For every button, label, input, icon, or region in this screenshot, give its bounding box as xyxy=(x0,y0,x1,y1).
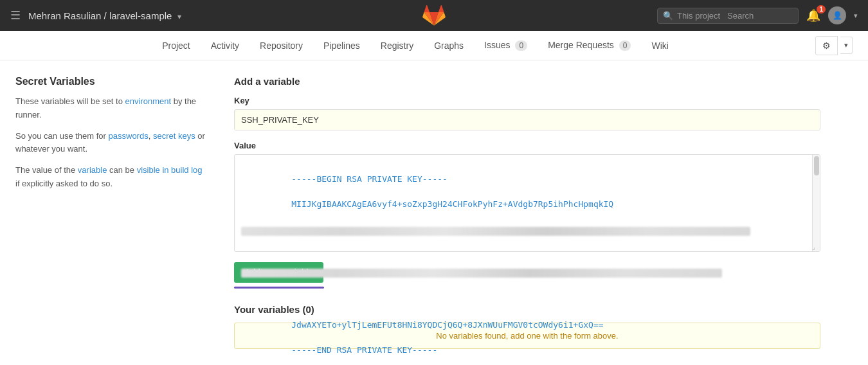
sidebar-link-visible[interactable]: visible in build log xyxy=(137,165,203,175)
navbar-right: 🔍 🔔 1 👤 ▾ xyxy=(657,6,858,24)
scrollbar xyxy=(812,155,820,251)
avatar-initials: 👤 xyxy=(833,11,842,20)
gear-button[interactable]: ⚙ xyxy=(815,36,838,55)
user-dropdown-arrow[interactable]: ▾ xyxy=(854,12,858,20)
navbar: ☰ Mehran Rasulian / laravel-sample ▾ 🔍 xyxy=(0,0,868,31)
form-section: Add a variable Key Value -----BEGIN RSA … xyxy=(234,76,820,349)
main-content: Secret Variables These variables will be… xyxy=(0,60,836,364)
hamburger-icon[interactable]: ☰ xyxy=(10,8,21,22)
value-textarea-wrapper: -----BEGIN RSA PRIVATE KEY----- MIIJKgIB… xyxy=(234,154,820,252)
form-title: Add a variable xyxy=(234,76,820,87)
sidebar-para1: These variables will be set to environme… xyxy=(15,95,208,122)
key-label: Key xyxy=(234,96,820,105)
merge-requests-badge: 0 xyxy=(619,40,631,51)
subnav-item-repository[interactable]: Repository xyxy=(249,31,313,60)
resize-handle[interactable]: ⌟ xyxy=(812,244,820,251)
value-display[interactable]: -----BEGIN RSA PRIVATE KEY----- MIIJKgIB… xyxy=(235,155,820,251)
subnav-item-registry[interactable]: Registry xyxy=(370,31,424,60)
sidebar-link-environment[interactable]: environment xyxy=(125,96,172,106)
subnav-items: Project Activity Repository Pipelines Re… xyxy=(15,31,815,60)
subnav: Project Activity Repository Pipelines Re… xyxy=(0,31,868,60)
subnav-item-issues[interactable]: Issues 0 xyxy=(474,31,538,60)
sidebar-para3: The value of the variable can be visible… xyxy=(15,164,208,191)
search-icon: 🔍 xyxy=(663,11,673,21)
notification-count: 1 xyxy=(817,5,826,13)
avatar[interactable]: 👤 xyxy=(828,6,846,24)
notification-bell[interactable]: 🔔 1 xyxy=(806,8,820,22)
subnav-item-activity[interactable]: Activity xyxy=(201,31,249,60)
nav-breadcrumb: Mehran Rasulian / laravel-sample ▾ xyxy=(28,10,181,21)
sidebar-link-secret-keys[interactable]: secret keys xyxy=(153,131,195,141)
navbar-left: ☰ Mehran Rasulian / laravel-sample ▾ xyxy=(10,8,657,22)
subnav-item-graphs[interactable]: Graphs xyxy=(424,31,474,60)
search-box[interactable]: 🔍 xyxy=(657,8,799,24)
breadcrumb-separator: / xyxy=(104,10,107,21)
sidebar-para2: So you can use them for passwords, secre… xyxy=(15,130,208,157)
subnav-item-wiki[interactable]: Wiki xyxy=(641,31,678,60)
breadcrumb-dropdown-arrow[interactable]: ▾ xyxy=(177,12,181,21)
rsa-begin-line: -----BEGIN RSA PRIVATE KEY----- xyxy=(291,174,448,184)
sidebar-title: Secret Variables xyxy=(15,76,208,87)
sidebar-link-passwords[interactable]: passwords xyxy=(109,131,149,141)
subnav-right: ⚙ ▾ xyxy=(815,36,853,55)
subnav-item-pipelines[interactable]: Pipelines xyxy=(313,31,370,60)
gear-dropdown-button[interactable]: ▾ xyxy=(840,37,853,54)
scrollbar-thumb xyxy=(814,156,819,175)
subnav-item-merge-requests[interactable]: Merge Requests 0 xyxy=(538,31,641,60)
blurred-line-2 xyxy=(241,269,722,278)
key-input[interactable] xyxy=(234,109,820,130)
rsa-end-line: -----END RSA PRIVATE KEY----- xyxy=(291,345,437,355)
textarea-content: -----BEGIN RSA PRIVATE KEY----- MIIJKgIB… xyxy=(241,160,807,364)
blurred-line-1 xyxy=(241,227,750,236)
gitlab-logo[interactable] xyxy=(422,3,446,28)
rsa-key-line2: JdwAXYETo+ylTjLemEFUt8HNi8YQDCjQ6Q+8JXnW… xyxy=(291,320,603,330)
value-label: Value xyxy=(234,141,820,150)
breadcrumb-user[interactable]: Mehran Rasulian xyxy=(28,10,101,21)
issues-badge: 0 xyxy=(515,40,527,51)
sidebar-link-variable[interactable]: variable xyxy=(78,165,107,175)
subnav-item-project[interactable]: Project xyxy=(152,31,201,60)
sidebar: Secret Variables These variables will be… xyxy=(15,76,208,349)
search-input[interactable] xyxy=(677,11,793,21)
rsa-key-line1: MIIJKgIBAAKCAgEA6vyf4+soZxp3gH24CHFokPyh… xyxy=(291,199,613,209)
breadcrumb-repo[interactable]: laravel-sample xyxy=(109,10,172,21)
navbar-center xyxy=(422,3,446,28)
